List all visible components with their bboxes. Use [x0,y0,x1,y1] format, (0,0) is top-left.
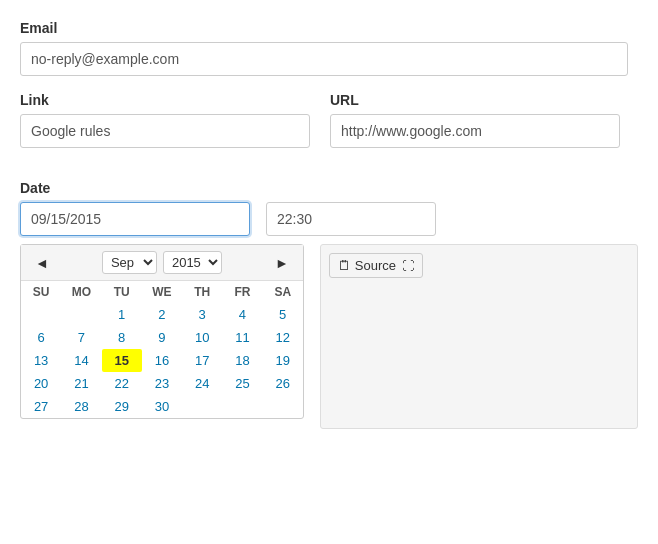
calendar-day[interactable]: 29 [102,395,142,418]
source-bar: 🗒 Source ⛶ [320,244,638,429]
source-icon: 🗒 [338,258,351,273]
calendar-day[interactable]: 11 [222,326,262,349]
calendar-day[interactable]: 22 [102,372,142,395]
calendar-day[interactable]: 9 [142,326,182,349]
calendar-selects: JanFebMarAprMayJunJulAugSepOctNovDec 201… [102,251,222,274]
calendar-day[interactable]: 27 [21,395,61,418]
calendar-prev-button[interactable]: ◄ [29,253,55,273]
calendar-day-header: SU [21,281,61,303]
calendar-day[interactable]: 14 [61,349,101,372]
calendar-day [263,395,303,418]
calendar-day[interactable]: 1 [102,303,142,326]
calendar-day[interactable]: 8 [102,326,142,349]
calendar-day[interactable]: 21 [61,372,101,395]
email-label: Email [20,20,638,36]
year-select[interactable]: 20132014201520162017 [163,251,222,274]
calendar-day[interactable]: 13 [21,349,61,372]
month-select[interactable]: JanFebMarAprMayJunJulAugSepOctNovDec [102,251,157,274]
url-label: URL [330,92,620,108]
link-input[interactable] [20,114,310,148]
calendar-day[interactable]: 20 [21,372,61,395]
source-button[interactable]: 🗒 Source ⛶ [329,253,423,278]
calendar-day[interactable]: 25 [222,372,262,395]
calendar-day[interactable]: 6 [21,326,61,349]
link-url-row: Link URL [20,92,638,164]
calendar-day [21,303,61,326]
calendar-day-header: TU [102,281,142,303]
link-label: Link [20,92,310,108]
date-label: Date [20,180,638,196]
calendar-day[interactable]: 16 [142,349,182,372]
date-input[interactable] [20,202,250,236]
calendar-day-header: SA [263,281,303,303]
calendar-day[interactable]: 19 [263,349,303,372]
calendar-header: ◄ JanFebMarAprMayJunJulAugSepOctNovDec 2… [21,245,303,281]
calendar-day[interactable]: 24 [182,372,222,395]
calendar-day[interactable]: 17 [182,349,222,372]
email-field-group: Email [20,20,638,76]
time-input[interactable] [266,202,436,236]
calendar-day[interactable]: 12 [263,326,303,349]
calendar-day[interactable]: 7 [61,326,101,349]
calendar-day [182,395,222,418]
calendar-day[interactable]: 4 [222,303,262,326]
date-time-row [20,202,638,236]
calendar-day-header: TH [182,281,222,303]
calendar-day[interactable]: 10 [182,326,222,349]
calendar-day[interactable]: 23 [142,372,182,395]
date-section: Date ◄ JanFebMarAprMayJunJulAugSepOctNov… [20,180,638,429]
calendar-next-button[interactable]: ► [269,253,295,273]
calendar-day[interactable]: 28 [61,395,101,418]
calendar: ◄ JanFebMarAprMayJunJulAugSepOctNovDec 2… [20,244,304,419]
email-input[interactable] [20,42,628,76]
calendar-day[interactable]: 26 [263,372,303,395]
url-field-group: URL [330,92,620,148]
calendar-day[interactable]: 3 [182,303,222,326]
source-label: Source [355,258,396,273]
calendar-day[interactable]: 18 [222,349,262,372]
calendar-grid: SUMOTUWETHFRSA 1234567891011121314151617… [21,281,303,418]
calendar-day-header: FR [222,281,262,303]
calendar-day-header: WE [142,281,182,303]
calendar-day-header: MO [61,281,101,303]
calendar-day[interactable]: 30 [142,395,182,418]
link-field-group: Link [20,92,310,148]
expand-icon: ⛶ [402,259,414,273]
calendar-day[interactable]: 2 [142,303,182,326]
calendar-day [222,395,262,418]
url-input[interactable] [330,114,620,148]
calendar-day [61,303,101,326]
calendar-day[interactable]: 15 [102,349,142,372]
calendar-day[interactable]: 5 [263,303,303,326]
